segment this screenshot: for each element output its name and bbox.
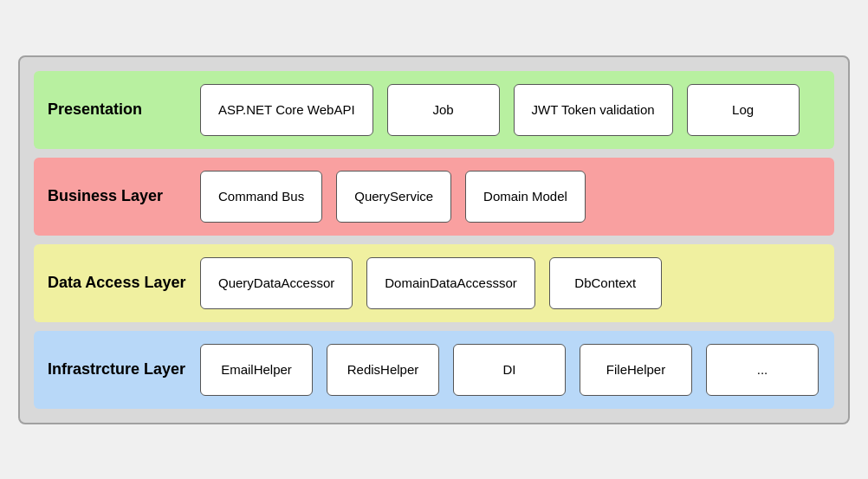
- layer-item: QueryService: [336, 171, 451, 223]
- layer-item: Log: [687, 84, 800, 136]
- layer-item: Domain Model: [465, 171, 586, 223]
- layer-items-infrastructure: EmailHelperRedisHelperDIFileHelper...: [200, 343, 819, 397]
- layer-items-business: Command BusQueryServiceDomain Model: [200, 170, 586, 223]
- layer-items-data-access: QueryDataAccessorDomainDataAccesssorDbCo…: [200, 256, 662, 310]
- layer-item: DI: [453, 344, 566, 396]
- layer-label-business: Business Layer: [48, 170, 186, 223]
- layer-item: ...: [706, 344, 819, 396]
- layer-data-access: Data Access LayerQueryDataAccessorDomain…: [34, 244, 834, 322]
- layer-item: JWT Token validation: [514, 84, 673, 136]
- layer-item: FileHelper: [580, 344, 692, 396]
- layer-label-data-access: Data Access Layer: [48, 256, 186, 310]
- layer-business: Business LayerCommand BusQueryServiceDom…: [34, 158, 834, 236]
- layer-item: ASP.NET Core WebAPI: [200, 84, 373, 136]
- architecture-diagram: PresentationASP.NET Core WebAPIJobJWT To…: [18, 55, 850, 424]
- layer-infrastructure: Infrastrcture LayerEmailHelperRedisHelpe…: [34, 331, 834, 409]
- layer-label-infrastructure: Infrastrcture Layer: [48, 343, 186, 397]
- layer-presentation: PresentationASP.NET Core WebAPIJobJWT To…: [34, 71, 834, 149]
- layer-item: QueryDataAccessor: [200, 257, 353, 309]
- layer-item: Command Bus: [200, 171, 322, 223]
- layer-item: DomainDataAccesssor: [366, 257, 535, 309]
- layer-items-presentation: ASP.NET Core WebAPIJobJWT Token validati…: [200, 83, 800, 137]
- layer-item: EmailHelper: [200, 344, 313, 396]
- layer-item: RedisHelper: [327, 344, 439, 396]
- layer-item: DbContext: [549, 257, 662, 309]
- layer-item: Job: [387, 84, 500, 136]
- layer-label-presentation: Presentation: [48, 83, 186, 137]
